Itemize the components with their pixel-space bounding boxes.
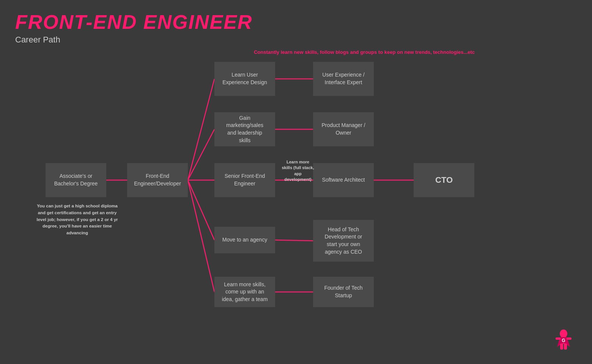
svg-line-1 xyxy=(188,129,214,180)
architect-box: Software Architect xyxy=(313,163,374,197)
learn-more-label: Learn more skills (full stack, app devel… xyxy=(281,159,315,183)
frontend-box: Front-EndEngineer/Developer xyxy=(127,163,188,197)
svg-line-3 xyxy=(188,180,214,240)
svg-point-12 xyxy=(560,329,567,338)
skills-startup-label: Learn more skills,come up with anidea, g… xyxy=(222,281,268,303)
page-subtitle: Career Path xyxy=(15,35,252,45)
agency-label: Move to an agency xyxy=(222,236,267,244)
agency-box: Move to an agency xyxy=(214,227,275,253)
skills-startup-box: Learn more skills,come up with anidea, g… xyxy=(214,277,275,307)
header: FRONT-END ENGINEER Career Path xyxy=(15,11,252,45)
svg-text:G: G xyxy=(562,338,565,343)
ux-learn-label: Learn UserExperience Design xyxy=(222,71,267,86)
product-box: Product Manager /Owner xyxy=(313,112,374,146)
marketing-label: Gainmarketing/salesand leadershipskills xyxy=(226,115,263,144)
ux-learn-box: Learn UserExperience Design xyxy=(214,62,275,96)
marketing-box: Gainmarketing/salesand leadershipskills xyxy=(214,112,275,146)
svg-rect-17 xyxy=(560,344,563,350)
svg-line-4 xyxy=(188,180,214,292)
svg-rect-15 xyxy=(556,337,561,340)
frontend-label: Front-EndEngineer/Developer xyxy=(134,173,181,187)
svg-rect-18 xyxy=(564,344,567,350)
top-note: Constantly learn new skills, follow blog… xyxy=(175,49,554,55)
degree-label: Associate's orBachelor's Degree xyxy=(54,173,98,187)
product-label: Product Manager /Owner xyxy=(321,122,365,136)
degree-note: You can just get a high school diploma a… xyxy=(36,203,118,237)
headtech-label: Head of TechDevelopment orstart your own… xyxy=(325,226,362,256)
cto-label: CTO xyxy=(435,174,453,186)
ux-expert-box: User Experience /Interface Expert xyxy=(313,62,374,96)
architect-label: Software Architect xyxy=(322,176,365,184)
senior-box: Senior Front-EndEngineer xyxy=(214,163,275,197)
logo-svg: G xyxy=(550,326,577,353)
degree-box: Associate's orBachelor's Degree xyxy=(46,163,106,197)
ux-expert-label: User Experience /Interface Expert xyxy=(322,71,364,86)
svg-line-9 xyxy=(275,240,313,241)
senior-label: Senior Front-EndEngineer xyxy=(225,173,265,187)
headtech-box: Head of TechDevelopment orstart your own… xyxy=(313,220,374,262)
founder-box: Founder of TechStartup xyxy=(313,277,374,307)
cto-box: CTO xyxy=(414,163,474,197)
founder-label: Founder of TechStartup xyxy=(324,284,363,299)
svg-rect-16 xyxy=(567,337,572,340)
page-title: FRONT-END ENGINEER xyxy=(15,11,252,33)
svg-line-0 xyxy=(188,79,214,180)
logo: G xyxy=(550,326,577,353)
